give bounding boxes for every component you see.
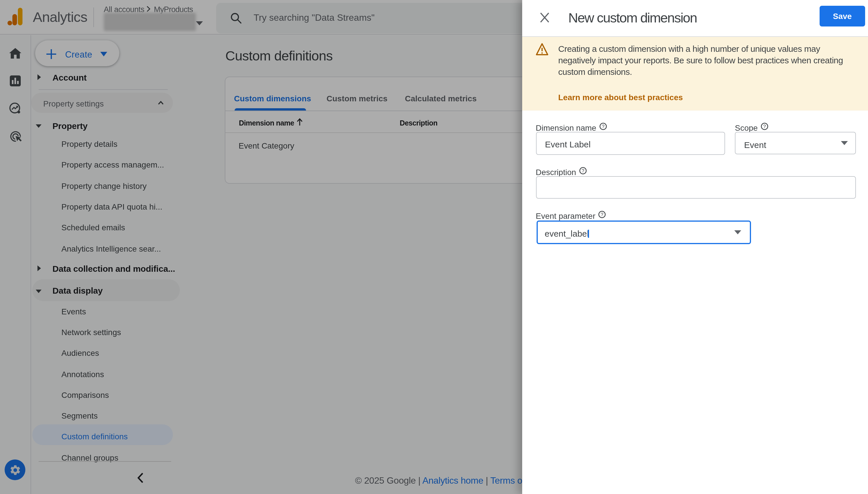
svg-text:?: ? (763, 124, 766, 129)
svg-text:?: ? (600, 212, 603, 217)
svg-text:?: ? (581, 168, 584, 174)
svg-text:?: ? (602, 124, 604, 129)
